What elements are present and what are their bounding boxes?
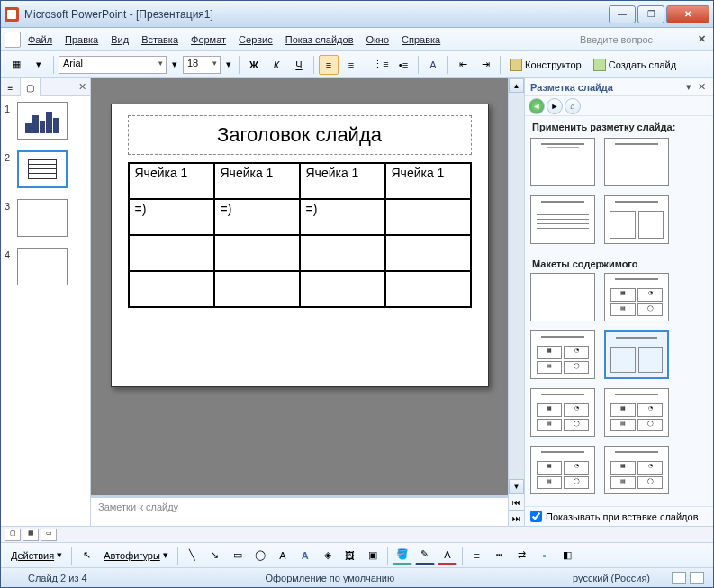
panel-close-button[interactable]: ✕ [74, 78, 90, 95]
table-cell[interactable] [300, 271, 385, 307]
minimize-button[interactable]: — [609, 5, 636, 23]
menu-format[interactable]: Формат [185, 32, 231, 48]
table-cell[interactable]: Ячейка 1 [300, 163, 385, 199]
layout-title-content[interactable] [530, 195, 595, 244]
slideshow-view-button[interactable]: ▭ [41, 529, 57, 541]
layout-content-mix1[interactable]: ▦◔▤◯ [530, 330, 595, 379]
scroll-down-button[interactable]: ▼ [509, 479, 524, 493]
bulleted-list-button[interactable]: •≡ [393, 55, 413, 75]
menu-file[interactable]: Файл [23, 32, 58, 48]
textbox-tool-button[interactable]: A [273, 546, 293, 565]
slide-table[interactable]: Ячейка 1 Ячейка 1 Ячейка 1 Ячейка 1 =) =… [128, 162, 472, 308]
show-on-insert-checkbox[interactable] [530, 511, 542, 522]
underline-button[interactable]: Ч [289, 55, 309, 75]
menu-insert[interactable]: Вставка [136, 32, 184, 48]
nav-forward-button[interactable]: ► [547, 98, 563, 114]
thumbnail-1[interactable] [17, 102, 68, 140]
layout-content-mix3[interactable]: ▦◔▤◯ [530, 388, 595, 437]
line-tool-button[interactable]: ╲ [183, 546, 203, 565]
numbered-list-button[interactable]: ⋮≡ [371, 55, 391, 75]
nav-back-button[interactable]: ◄ [529, 98, 545, 114]
layout-content-mix4[interactable]: ▦◔▤◯ [604, 388, 669, 437]
autoshapes-menu[interactable]: Автофигуры ▾ [99, 546, 173, 565]
slides-tab[interactable]: ▢ [21, 78, 41, 96]
increase-indent-button[interactable]: ⇥ [475, 55, 495, 75]
sorter-view-button[interactable]: ▦ [23, 529, 39, 541]
menu-window[interactable]: Окно [361, 32, 395, 48]
table-cell[interactable]: Ячейка 1 [214, 163, 300, 199]
maximize-button[interactable]: ❐ [637, 5, 664, 23]
outline-tab[interactable]: ≡ [1, 78, 21, 96]
toolbar-options-icon[interactable]: ▦ [6, 55, 26, 75]
menu-help[interactable]: Справка [396, 32, 446, 48]
italic-button[interactable]: К [267, 55, 286, 75]
task-pane-close-button[interactable]: ✕ [695, 81, 708, 93]
fill-color-button[interactable]: 🪣 [393, 546, 412, 565]
shadow-button[interactable]: ▪ [535, 546, 555, 565]
slide-canvas[interactable]: Заголовок слайда Ячейка 1 Ячейка 1 Ячейк… [91, 78, 508, 495]
close-document-button[interactable]: ✕ [693, 32, 709, 48]
nav-home-button[interactable]: ⌂ [565, 98, 581, 114]
thumbnail-item[interactable]: 3 [5, 199, 86, 237]
slide-title[interactable]: Заголовок слайда [128, 115, 472, 155]
layout-content-4[interactable]: ▦◔▤◯ [604, 273, 669, 321]
font-size-select[interactable]: 18 [183, 56, 221, 74]
menu-slideshow[interactable]: Показ слайдов [280, 32, 359, 48]
table-cell[interactable] [385, 199, 471, 235]
actions-menu[interactable]: Действия ▾ [6, 546, 67, 565]
layout-content-mix6[interactable]: ▦◔▤◯ [604, 446, 669, 494]
select-tool-button[interactable]: ↖ [77, 546, 96, 565]
table-cell[interactable] [214, 235, 300, 271]
arrow-style-button[interactable]: ⇄ [512, 546, 532, 565]
table-cell[interactable] [300, 235, 385, 271]
arrow-tool-button[interactable]: ↘ [205, 546, 225, 565]
designer-button[interactable]: Конструктор [505, 55, 586, 75]
dash-style-button[interactable]: ┅ [490, 546, 510, 565]
3d-button[interactable]: ◧ [557, 546, 577, 565]
status-icon-1[interactable] [672, 572, 686, 584]
table-cell[interactable]: Ячейка 1 [129, 163, 214, 199]
picture-button[interactable]: ▣ [363, 546, 383, 565]
decrease-indent-button[interactable]: ⇤ [453, 55, 473, 75]
layout-blank[interactable] [530, 273, 595, 321]
bold-button[interactable]: Ж [244, 55, 264, 75]
table-cell[interactable] [129, 271, 214, 307]
font-color-button[interactable]: A [438, 546, 457, 565]
slide[interactable]: Заголовок слайда Ячейка 1 Ячейка 1 Ячейк… [111, 104, 489, 387]
thumbnail-item[interactable]: 1 [5, 102, 86, 140]
diagram-button[interactable]: ◈ [318, 546, 338, 565]
scroll-track[interactable] [509, 93, 524, 479]
oval-tool-button[interactable]: ◯ [250, 546, 270, 565]
table-cell[interactable] [214, 271, 300, 307]
layout-content-mix5[interactable]: ▦◔▤◯ [530, 446, 595, 494]
clipart-button[interactable]: 🖼 [340, 546, 360, 565]
next-slide-button[interactable]: ⏭ [509, 510, 524, 526]
toolbar-dropdown-icon[interactable]: ▾ [29, 55, 49, 75]
font-grow-button[interactable]: A [423, 55, 443, 75]
font-family-select[interactable]: Arial [59, 56, 167, 74]
ask-question-box[interactable]: Введите вопрос [574, 32, 691, 47]
new-slide-button[interactable]: Создать слайд [589, 55, 681, 75]
font-dropdown-icon[interactable]: ▾ [169, 55, 180, 75]
thumbnail-2[interactable] [17, 150, 68, 188]
table-cell[interactable] [385, 271, 471, 307]
line-color-button[interactable]: ✎ [415, 546, 435, 565]
line-style-button[interactable]: ≡ [467, 546, 487, 565]
task-pane-menu-button[interactable]: ▾ [682, 81, 695, 93]
layout-two-content[interactable] [604, 195, 669, 244]
notes-pane[interactable]: Заметки к слайду [91, 495, 508, 526]
thumbnail-4[interactable] [17, 248, 68, 285]
document-icon[interactable] [5, 32, 21, 48]
table-cell[interactable]: =) [214, 199, 300, 235]
scroll-up-button[interactable]: ▲ [509, 78, 524, 93]
wordart-button[interactable]: A [295, 546, 315, 565]
status-icon-2[interactable] [690, 572, 704, 584]
layout-content-mix2[interactable] [604, 330, 669, 379]
thumbnail-3[interactable] [17, 199, 68, 237]
size-dropdown-icon[interactable]: ▾ [223, 55, 234, 75]
table-cell[interactable]: =) [300, 199, 385, 235]
table-cell[interactable] [385, 235, 471, 271]
align-left-button[interactable]: ≡ [319, 55, 339, 75]
rectangle-tool-button[interactable]: ▭ [228, 546, 248, 565]
close-button[interactable]: ✕ [666, 5, 709, 23]
